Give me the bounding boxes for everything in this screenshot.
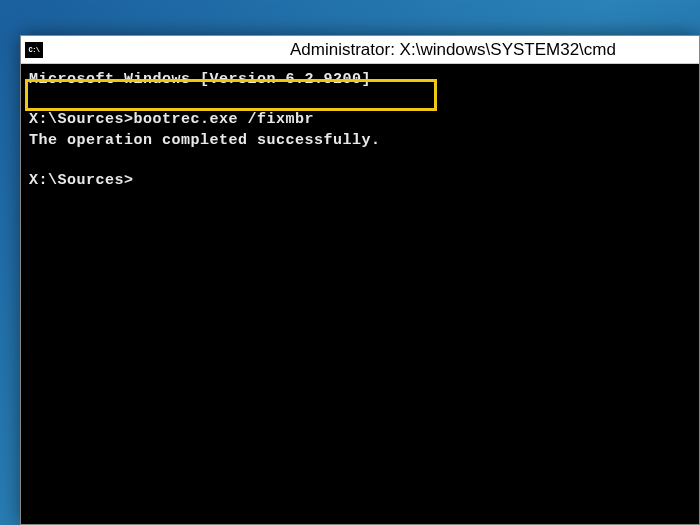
result-line: The operation completed successfully.	[29, 131, 691, 151]
blank-line	[29, 151, 691, 171]
cmd-window: C:\ Administrator: X:\windows\SYSTEM32\c…	[20, 35, 700, 525]
prompt[interactable]: X:\Sources>	[29, 172, 134, 189]
terminal-output[interactable]: Microsoft Windows [Version 6.2.9200] X:\…	[21, 64, 699, 197]
titlebar[interactable]: C:\ Administrator: X:\windows\SYSTEM32\c…	[21, 36, 699, 64]
cmd-icon: C:\	[25, 42, 43, 58]
command-text: bootrec.exe /fixmbr	[134, 111, 315, 128]
command-line: X:\Sources>bootrec.exe /fixmbr	[29, 110, 691, 130]
version-line: Microsoft Windows [Version 6.2.9200]	[29, 70, 691, 90]
blank-line	[29, 90, 691, 110]
current-prompt-line: X:\Sources>	[29, 171, 691, 191]
prompt: X:\Sources>	[29, 111, 134, 128]
window-title: Administrator: X:\windows\SYSTEM32\cmd	[51, 40, 695, 60]
